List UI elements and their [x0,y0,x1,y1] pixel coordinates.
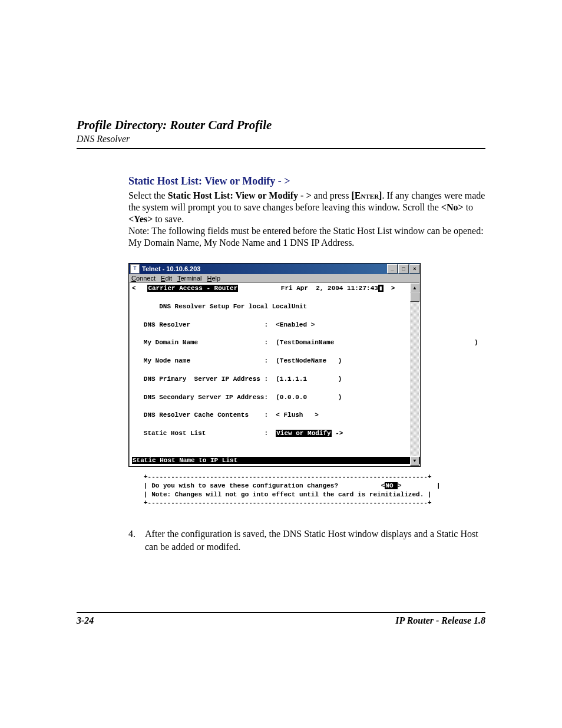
instruction-paragraph: Select the Static Host List: View or Mod… [128,190,485,249]
text: to [464,202,473,212]
menu-terminal[interactable]: Terminal [177,275,202,282]
vertical-scrollbar[interactable]: ▲ ▼ [410,283,419,466]
note-text: Note: The following fields must be enter… [128,226,484,248]
status-bar: Static Host Name to IP List [132,457,421,464]
text: < [132,285,147,292]
menu-help[interactable]: Help [207,275,221,282]
node-name-value[interactable]: TestNodeName [280,357,326,364]
text: Select the [128,190,168,200]
page-title: Profile Directory: Router Card Profile [77,118,485,133]
text: to save. [153,214,184,224]
field-label: DNS Secondary Server IP Address: ( [132,394,280,401]
scroll-up-button[interactable]: ▲ [410,283,419,292]
page-subtitle: DNS Resolver [77,134,485,144]
terminal-output[interactable]: < Carrier Access - Router Fri Apr 2, 200… [130,283,419,466]
menu-edit[interactable]: Edit [161,275,172,282]
field-reference: Static Host List: View or Modify - > [168,190,312,200]
confirmation-dialog: +---------------------------------------… [144,473,485,508]
arrow-icon: -> [332,430,343,437]
cursor-icon: ▮ [378,285,384,292]
text: ) [307,394,342,401]
router-banner: Carrier Access - Router [147,285,238,292]
field-label: My Domain Name : ( [132,339,280,346]
telnet-icon: T [130,264,140,274]
section-heading: Static Host List: View or Modify - > [128,175,485,187]
domain-name-value[interactable]: TestDomainName [280,339,334,346]
minimize-button[interactable]: _ [387,264,398,274]
box-edge: +---------------------------------------… [144,499,431,506]
text: onnect [136,275,156,282]
option-yes: <Yes> [128,214,153,224]
mnemonic: C [131,275,136,282]
page-number: 3-24 [77,615,94,626]
box-edge: +---------------------------------------… [144,473,431,480]
field-label: My Node name : ( [132,357,280,364]
close-button[interactable]: × [409,264,420,274]
cache-flush-value[interactable]: < Flush > [276,411,319,419]
step-4: 4. After the configuration is saved, the… [128,528,485,553]
scroll-thumb[interactable] [410,292,419,302]
key-enter: [Enter] [352,190,382,200]
step-number: 4. [128,528,145,553]
timestamp: Fri Apr 2, 2004 11:27:43 [238,285,378,292]
text: and press [312,190,352,200]
secondary-ip-value[interactable]: 0.0.0.0 [280,394,307,401]
footer-rule [77,612,485,613]
page-footer: 3-24 IP Router - Release 1.8 [77,612,485,626]
field-label: DNS Resolver : [132,321,276,328]
text: ) [326,357,342,364]
field-label: Static Host List : [132,430,276,437]
telnet-window: T Telnet - 10.10.6.203 _ □ × Connect Edi… [128,263,421,467]
text: ) [334,339,478,346]
static-host-selected[interactable]: View or Modify [276,430,331,437]
window-title: Telnet - 10.10.6.203 [142,265,386,272]
dns-resolver-value[interactable]: <Enabled > [276,321,315,328]
text: ) [307,375,342,383]
maximize-button[interactable]: □ [398,264,409,274]
scroll-down-button[interactable]: ▼ [410,456,419,466]
step-text: After the configuration is saved, the DN… [145,528,485,553]
header-rule [77,148,485,149]
text: dit [165,275,172,282]
text: > | [398,482,441,489]
text: elp [211,275,220,282]
setup-heading: DNS Resolver Setup For local LocalUnit [132,303,307,310]
field-label: DNS Resolver Cache Contents : [132,411,276,419]
primary-ip-value[interactable]: 1.1.1.1 [280,375,307,383]
prompt-text: | Do you wish to save these configuratio… [144,482,385,489]
field-label: DNS Primary Server IP Address : ( [132,375,280,383]
window-titlebar[interactable]: T Telnet - 10.10.6.203 _ □ × [129,263,420,274]
release-label: IP Router - Release 1.8 [395,615,485,626]
option-no: <No> [441,202,464,212]
terminal-area: < Carrier Access - Router Fri Apr 2, 200… [129,282,420,466]
note-line: | Note: Changes will not go into effect … [144,491,431,498]
text: > [384,285,395,292]
menu-connect[interactable]: Connect [131,275,156,282]
menu-bar: Connect Edit Terminal Help [129,274,420,282]
option-no-selected[interactable]: NO [385,482,398,489]
text: erminal [180,275,201,282]
